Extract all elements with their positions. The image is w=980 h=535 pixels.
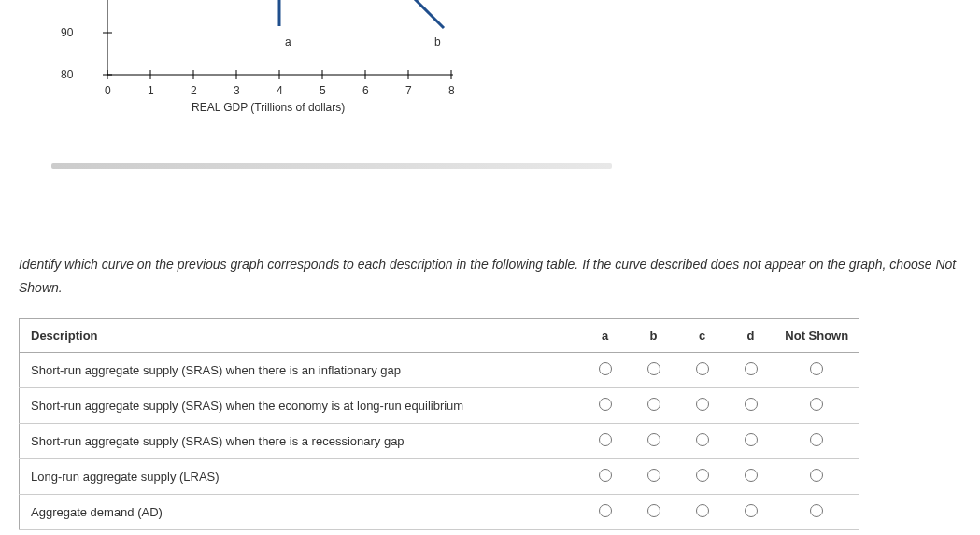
question-table: Description a b c d Not Shown Short-run … — [19, 318, 859, 530]
radio-r3-d[interactable] — [745, 469, 758, 482]
radio-r3-b[interactable] — [647, 469, 660, 482]
instructions-text: Identify which curve on the previous gra… — [19, 253, 961, 300]
y-tick-90: 90 — [61, 26, 73, 39]
x-tick-8: 8 — [448, 84, 455, 97]
svg-line-14 — [397, 0, 444, 28]
curve-label-a: a — [285, 35, 291, 49]
x-axis-label: REAL GDP (Trillions of dollars) — [192, 101, 345, 114]
radio-r2-a[interactable] — [599, 433, 612, 446]
radio-r2-c[interactable] — [696, 433, 709, 446]
header-opt-d: d — [727, 319, 775, 353]
table-row: Long-run aggregate supply (LRAS) — [20, 459, 859, 495]
header-description: Description — [20, 319, 581, 353]
divider — [51, 163, 612, 169]
x-tick-6: 6 — [362, 84, 369, 97]
y-tick-80: 80 — [61, 68, 73, 81]
x-tick-0: 0 — [105, 84, 111, 97]
x-tick-5: 5 — [320, 84, 326, 97]
header-opt-b: b — [630, 319, 678, 353]
chart: 90 80 0 1 2 3 4 5 6 7 8 REAL GDP (Trilli… — [51, 0, 490, 149]
radio-r3-ns[interactable] — [810, 469, 823, 482]
x-tick-2: 2 — [191, 84, 197, 97]
radio-r1-ns[interactable] — [810, 398, 823, 411]
x-tick-4: 4 — [277, 84, 283, 97]
radio-r2-b[interactable] — [647, 433, 660, 446]
table-row: Short-run aggregate supply (SRAS) when t… — [20, 388, 859, 424]
curve-label-b: b — [434, 35, 441, 49]
radio-r4-ns[interactable] — [810, 504, 823, 517]
radio-r0-b[interactable] — [647, 362, 660, 375]
table-header-row: Description a b c d Not Shown — [20, 319, 859, 353]
radio-r4-b[interactable] — [647, 504, 660, 517]
row-desc: Long-run aggregate supply (LRAS) — [20, 459, 581, 495]
row-desc: Short-run aggregate supply (SRAS) when t… — [20, 388, 581, 424]
radio-r0-c[interactable] — [696, 362, 709, 375]
x-tick-1: 1 — [148, 84, 154, 97]
header-opt-a: a — [581, 319, 630, 353]
table-row: Short-run aggregate supply (SRAS) when t… — [20, 353, 859, 388]
row-desc: Short-run aggregate supply (SRAS) when t… — [20, 424, 581, 459]
radio-r3-c[interactable] — [696, 469, 709, 482]
radio-r0-d[interactable] — [745, 362, 758, 375]
radio-r1-b[interactable] — [647, 398, 660, 411]
radio-r2-ns[interactable] — [810, 433, 823, 446]
x-tick-7: 7 — [405, 84, 412, 97]
radio-r3-a[interactable] — [599, 469, 612, 482]
radio-r1-a[interactable] — [599, 398, 612, 411]
x-tick-3: 3 — [234, 84, 240, 97]
row-desc: Short-run aggregate supply (SRAS) when t… — [20, 353, 581, 388]
radio-r4-d[interactable] — [745, 504, 758, 517]
radio-r4-a[interactable] — [599, 504, 612, 517]
table-row: Short-run aggregate supply (SRAS) when t… — [20, 424, 859, 459]
radio-r4-c[interactable] — [696, 504, 709, 517]
radio-r2-d[interactable] — [745, 433, 758, 446]
radio-r1-c[interactable] — [696, 398, 709, 411]
radio-r0-a[interactable] — [599, 362, 612, 375]
header-opt-notshown: Not Shown — [775, 319, 859, 353]
radio-r1-d[interactable] — [745, 398, 758, 411]
header-opt-c: c — [678, 319, 727, 353]
table-row: Aggregate demand (AD) — [20, 495, 859, 530]
radio-r0-ns[interactable] — [810, 362, 823, 375]
row-desc: Aggregate demand (AD) — [20, 495, 581, 530]
